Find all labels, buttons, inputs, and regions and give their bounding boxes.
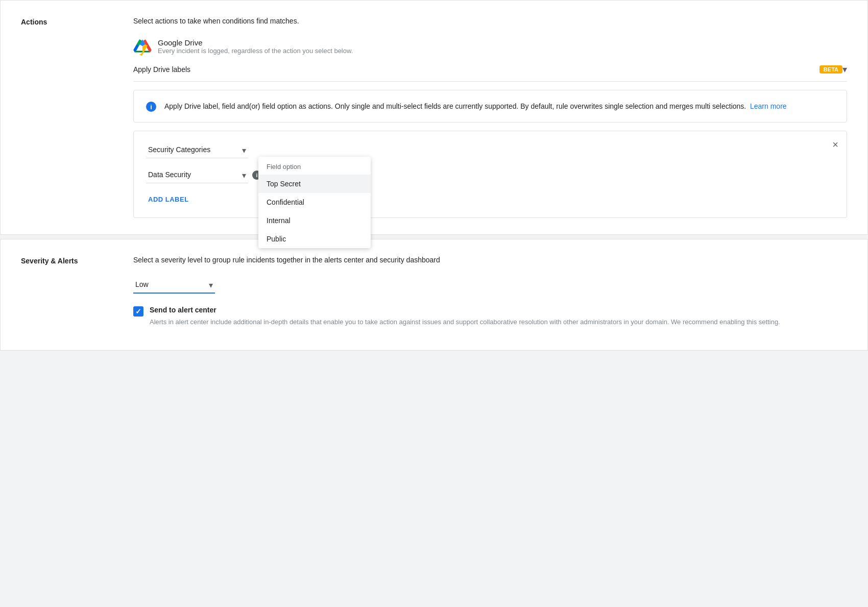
security-categories-select[interactable]: Security Categories bbox=[146, 141, 248, 158]
actions-label: Actions bbox=[21, 17, 133, 218]
security-categories-wrapper: Security Categories ▾ bbox=[146, 141, 248, 158]
page-container: Actions Select actions to take when cond… bbox=[0, 0, 868, 607]
info-text: Apply Drive label, field and(or) field o… bbox=[164, 101, 787, 112]
send-to-alert-content: Send to alert center Alerts in alert cen… bbox=[150, 306, 780, 328]
severity-label: Severity & Alerts bbox=[21, 256, 133, 334]
drive-subtitle: Every incident is logged, regardless of … bbox=[158, 47, 353, 55]
drive-title: Google Drive bbox=[158, 38, 353, 47]
beta-badge: BETA bbox=[819, 65, 842, 74]
field-option-item-top-secret[interactable]: Top Secret bbox=[258, 175, 371, 193]
field-option-header: Field option bbox=[258, 157, 371, 175]
info-icon: i bbox=[146, 102, 156, 112]
apply-labels-text: Apply Drive labels bbox=[133, 65, 815, 74]
apply-labels-chevron-icon: ▾ bbox=[842, 64, 847, 75]
actions-content: Select actions to take when conditions f… bbox=[133, 17, 847, 218]
severity-select[interactable]: Low Medium High bbox=[133, 276, 215, 294]
actions-description: Select actions to take when conditions f… bbox=[133, 17, 847, 25]
drive-info: Google Drive Every incident is logged, r… bbox=[158, 38, 353, 55]
drive-header: Google Drive Every incident is logged, r… bbox=[133, 37, 847, 56]
apply-drive-labels-row[interactable]: Apply Drive labels BETA ▾ bbox=[133, 64, 847, 82]
info-box: i Apply Drive label, field and(or) field… bbox=[133, 90, 847, 123]
send-to-alert-checkbox[interactable]: ✓ bbox=[133, 306, 143, 317]
severity-content: Select a severity level to group rule in… bbox=[133, 256, 847, 334]
send-to-alert-description: Alerts in alert center include additiona… bbox=[150, 317, 780, 328]
learn-more-link[interactable]: Learn more bbox=[750, 102, 787, 110]
severity-dropdown-wrapper: Low Medium High ▾ bbox=[133, 276, 215, 294]
send-to-alert-label: Send to alert center bbox=[150, 306, 780, 314]
field-option-item-confidential[interactable]: Confidential bbox=[258, 193, 371, 211]
data-security-select[interactable]: Data Security bbox=[146, 166, 248, 183]
security-categories-row: Security Categories ▾ Field option Top S… bbox=[146, 141, 834, 158]
google-drive-icon bbox=[133, 37, 152, 56]
severity-section: Severity & Alerts Select a severity leve… bbox=[0, 239, 868, 351]
data-security-row: Data Security ▾ i bbox=[146, 166, 834, 183]
severity-description: Select a severity level to group rule in… bbox=[133, 256, 847, 264]
data-security-wrapper: Data Security ▾ bbox=[146, 166, 248, 183]
checkbox-check-icon: ✓ bbox=[135, 307, 141, 315]
label-config-box: × Security Categories ▾ Field option bbox=[133, 131, 847, 218]
info-box-text: Apply Drive label, field and(or) field o… bbox=[164, 102, 746, 110]
add-label-button[interactable]: ADD LABEL bbox=[146, 191, 834, 207]
send-to-alert-row: ✓ Send to alert center Alerts in alert c… bbox=[133, 306, 847, 328]
field-option-item-internal[interactable]: Internal bbox=[258, 211, 371, 230]
field-option-item-public[interactable]: Public bbox=[258, 230, 371, 248]
actions-section: Actions Select actions to take when cond… bbox=[0, 0, 868, 235]
field-option-dropdown: Field option Top Secret Confidential Int… bbox=[258, 157, 371, 248]
